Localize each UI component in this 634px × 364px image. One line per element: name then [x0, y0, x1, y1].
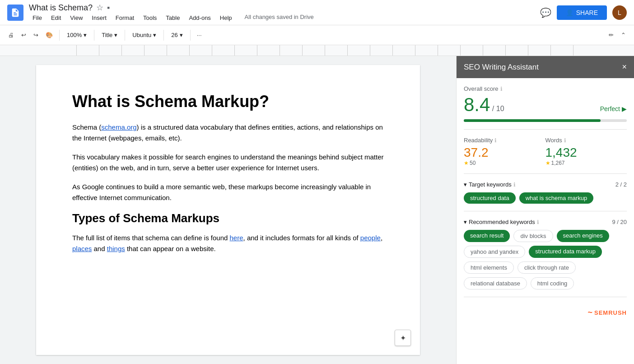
- print-button[interactable]: 🖨: [5, 30, 17, 40]
- target-keywords-label: Target keywords: [469, 181, 512, 188]
- share-label: SHARE: [576, 9, 598, 16]
- menu-table[interactable]: Table: [162, 14, 183, 22]
- comment-button[interactable]: 💬: [540, 7, 551, 18]
- menu-bar: File Edit View Insert Format Tools Table…: [29, 14, 540, 22]
- separator-1: [59, 30, 60, 41]
- font-value: Ubuntu: [132, 32, 151, 38]
- redo-button[interactable]: ↪: [31, 30, 41, 40]
- doc-para-4: The full list of items that schema can d…: [72, 233, 384, 254]
- here-link[interactable]: here: [230, 234, 243, 242]
- font-chevron: ▾: [153, 32, 156, 38]
- floating-action-button[interactable]: ✦: [395, 330, 411, 346]
- avatar[interactable]: L: [612, 5, 627, 20]
- overall-score-info-icon: ℹ: [500, 86, 503, 92]
- doc-title-area: What is Schema? ☆ ▪ File Edit View Inser…: [29, 3, 540, 22]
- doc-para-4-end: that can appear on a website.: [125, 245, 216, 252]
- style-dropdown[interactable]: Title ▾: [98, 30, 121, 40]
- recommended-keywords-chevron: ▾: [464, 219, 467, 225]
- rec-keyword-tag-7[interactable]: relational database: [464, 277, 527, 289]
- top-actions: 💬 👤 SHARE L: [540, 5, 627, 20]
- fontsize-chevron: ▾: [180, 32, 183, 38]
- target-keywords-info-icon: ℹ: [513, 182, 516, 188]
- recommended-keywords-header[interactable]: ▾ Recommended keywords ℹ 9 / 20: [464, 219, 627, 225]
- menu-file[interactable]: File: [29, 14, 46, 22]
- recommended-keywords-label: Recommended keywords: [469, 219, 535, 225]
- rec-keyword-tag-6[interactable]: click through rate: [517, 261, 576, 274]
- readability-target: 50: [470, 160, 476, 166]
- overall-score-label: Overall score ℹ: [464, 85, 627, 92]
- google-docs-icon: [7, 5, 23, 21]
- paint-format-button[interactable]: 🎨: [43, 30, 56, 40]
- things-link[interactable]: things: [107, 245, 125, 252]
- star-icon[interactable]: ☆: [96, 3, 103, 13]
- share-button[interactable]: 👤 SHARE: [557, 5, 607, 20]
- undo-button[interactable]: ↩: [19, 30, 29, 40]
- readability-star-icon: ★: [464, 160, 469, 166]
- rec-keyword-tag-5[interactable]: html elements: [464, 261, 514, 274]
- recommended-keywords-tags: search result div blocks search engines …: [464, 230, 627, 289]
- more-options-button[interactable]: ···: [194, 30, 205, 40]
- menu-tools[interactable]: Tools: [140, 14, 160, 22]
- doc-para-2: This vocabulary makes it possible for se…: [72, 152, 384, 173]
- score-perfect-arrow: ▶: [622, 105, 627, 112]
- font-dropdown[interactable]: Ubuntu ▾: [129, 30, 160, 40]
- rec-keyword-tag-4[interactable]: structured data markup: [529, 246, 602, 258]
- doc-title[interactable]: What is Schema?: [29, 3, 93, 13]
- words-sub: ★ 1,267: [545, 160, 627, 166]
- target-keyword-tag-1[interactable]: what is schema markup: [519, 192, 594, 204]
- doc-para-4-mid: , and it includes formats for all kinds …: [243, 234, 360, 242]
- zoom-value: 100%: [67, 32, 82, 38]
- target-keywords-tags: structured data what is schema markup: [464, 192, 627, 204]
- menu-edit[interactable]: Edit: [47, 14, 65, 22]
- share-icon: 👤: [566, 9, 573, 16]
- zoom-chevron: ▾: [84, 32, 87, 38]
- score-perfect: Perfect ▶: [600, 105, 627, 112]
- folder-icon[interactable]: ▪: [107, 3, 110, 13]
- style-chevron: ▾: [114, 32, 117, 38]
- words-target: 1,267: [551, 160, 565, 166]
- target-keyword-tag-0[interactable]: structured data: [464, 192, 516, 204]
- style-value: Title: [102, 32, 112, 38]
- rec-keyword-tag-2[interactable]: search engines: [557, 230, 609, 242]
- separator-4: [163, 30, 164, 41]
- score-row: 8.4 / 10 Perfect ▶: [464, 94, 627, 116]
- collapse-button[interactable]: ⌃: [618, 30, 629, 40]
- rec-keyword-tag-8[interactable]: html coding: [531, 277, 574, 289]
- menu-help[interactable]: Help: [216, 14, 236, 22]
- separator-5: [190, 30, 191, 41]
- semrush-icon: ~: [587, 308, 592, 317]
- score-bar-fill: [464, 119, 601, 122]
- places-link[interactable]: places: [72, 245, 92, 252]
- target-keywords-header[interactable]: ▾ Target keywords ℹ 2 / 2: [464, 181, 627, 188]
- target-keywords-section: ▾ Target keywords ℹ 2 / 2 structured dat…: [464, 181, 627, 211]
- zoom-dropdown[interactable]: 100% ▾: [63, 30, 90, 40]
- target-keywords-chevron: ▾: [464, 181, 467, 188]
- schema-org-link[interactable]: schema.org: [101, 123, 136, 131]
- menu-addons[interactable]: Add-ons: [185, 14, 214, 22]
- menu-insert[interactable]: Insert: [88, 14, 110, 22]
- rec-keyword-tag-3[interactable]: yahoo and yandex: [464, 246, 525, 258]
- recommended-keywords-info-icon: ℹ: [537, 219, 539, 225]
- toolbar: 🖨 ↩ ↪ 🎨 100% ▾ Title ▾ Ubuntu ▾ 26 ▾ ···…: [0, 25, 634, 45]
- score-value: 8.4: [464, 94, 490, 115]
- rec-keyword-tag-0[interactable]: search result: [464, 230, 510, 242]
- rec-keyword-tag-1[interactable]: div blocks: [513, 230, 553, 242]
- words-value: 1,432: [545, 145, 627, 160]
- overall-score-text: Overall score: [464, 85, 499, 92]
- separator-3: [125, 30, 125, 41]
- words-label: Words ℹ: [545, 137, 627, 144]
- menu-view[interactable]: View: [66, 14, 86, 22]
- menu-format[interactable]: Format: [112, 14, 138, 22]
- people-link[interactable]: people: [360, 234, 381, 242]
- fontsize-value: 26: [171, 32, 177, 38]
- fontsize-dropdown[interactable]: 26 ▾: [168, 30, 186, 40]
- pencil-button[interactable]: ✏: [606, 30, 616, 40]
- doc-para-4-and: and: [92, 245, 107, 252]
- doc-svg: [10, 8, 20, 18]
- score-progress-bar: [464, 119, 627, 122]
- recommended-keywords-title: ▾ Recommended keywords ℹ: [464, 219, 539, 225]
- doc-para-4-comma: ,: [381, 234, 382, 242]
- seo-panel-header: SEO Writing Assistant ×: [457, 56, 634, 78]
- seo-close-button[interactable]: ×: [622, 62, 627, 72]
- readability-label: Readability ℹ: [464, 137, 545, 144]
